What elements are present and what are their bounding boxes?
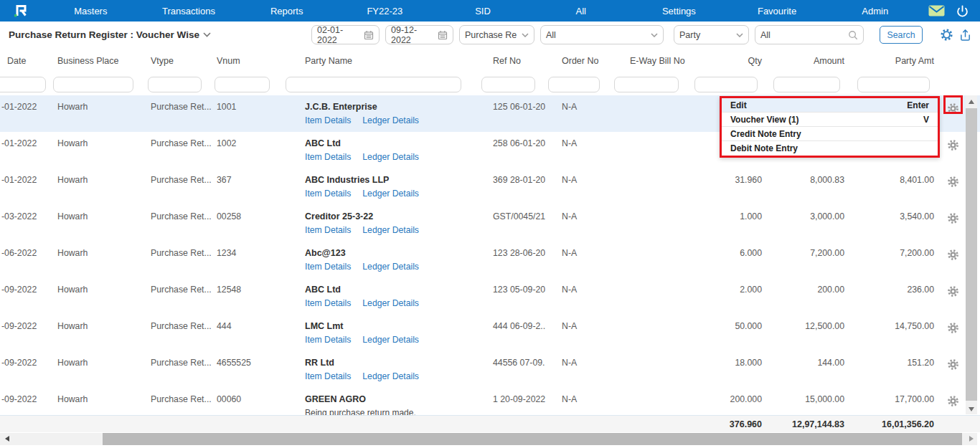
search-button[interactable]: Search <box>880 26 923 44</box>
filter-input-party-amt[interactable] <box>857 77 930 92</box>
cell-amount: 15,000.00 <box>768 394 850 408</box>
row-gear-icon[interactable] <box>940 138 966 152</box>
menu-item-credit-note-entry[interactable]: Credit Note Entry <box>722 127 938 141</box>
vertical-scrollbar-thumb[interactable] <box>966 108 977 401</box>
power-icon[interactable] <box>956 5 969 17</box>
filter-input-party-name[interactable] <box>286 77 461 92</box>
horizontal-scrollbar[interactable] <box>0 433 977 445</box>
cell-business-place: Howarh <box>50 138 143 152</box>
table-row[interactable]: -09-2022 Howarh Purchase Ret... 444 LMC … <box>0 315 980 351</box>
col-header-party-amt[interactable]: Party Amt <box>850 56 940 66</box>
col-header-party-name[interactable]: Party Name <box>280 56 477 66</box>
col-header-ref-no[interactable]: Ref No <box>477 56 545 66</box>
date-to-input[interactable]: 09-12-2022 <box>385 25 453 44</box>
filter-input-amount[interactable] <box>773 77 840 92</box>
ledger-details-link[interactable]: Ledger Details <box>362 115 419 128</box>
col-header-amount[interactable]: Amount <box>768 56 850 66</box>
filter-input-eway-bill-no[interactable] <box>614 77 679 92</box>
menu-item-edit[interactable]: Edit Enter <box>722 98 938 113</box>
col-header-date[interactable]: Date <box>0 56 50 66</box>
menu-item-voucher-view[interactable]: Voucher View (1) V <box>722 113 938 127</box>
date-from-input[interactable]: 02-01-2022 <box>311 25 380 44</box>
scroll-right-icon[interactable] <box>969 436 974 442</box>
ledger-details-link[interactable]: Ledger Details <box>362 189 419 201</box>
item-details-link[interactable]: Item Details <box>305 262 351 275</box>
row-gear-icon[interactable] <box>940 248 966 262</box>
col-header-eway-bill-no[interactable]: E-Way Bill No <box>610 56 689 66</box>
ledger-details-link[interactable]: Ledger Details <box>362 335 419 348</box>
cell-amount: 3,000.00 <box>768 211 850 225</box>
vertical-scrollbar[interactable] <box>966 95 977 414</box>
cell-qty: 2.000 <box>689 285 768 298</box>
row-gear-icon[interactable] <box>940 102 966 115</box>
filter-input-business-place[interactable] <box>53 77 133 92</box>
settings-gear-icon[interactable] <box>940 28 953 42</box>
ledger-details-link[interactable]: Ledger Details <box>362 371 419 384</box>
item-details-link[interactable]: Item Details <box>305 189 351 201</box>
item-details-link[interactable]: Item Details <box>305 115 351 128</box>
nav-item-transactions[interactable]: Transactions <box>140 6 238 16</box>
export-icon[interactable] <box>959 29 971 42</box>
filter-input-vtype[interactable] <box>148 77 202 92</box>
filter-input-date[interactable] <box>0 77 46 92</box>
voucher-type-select[interactable]: Purchase Re <box>459 25 534 44</box>
col-header-qty[interactable]: Qty <box>689 56 768 66</box>
page-title[interactable]: Purchase Return Register : Voucher Wise <box>9 29 211 40</box>
scroll-left-icon[interactable] <box>5 436 9 442</box>
all-filter-select[interactable]: All <box>540 25 664 44</box>
cell-vnum: 367 <box>212 175 280 189</box>
search-input[interactable]: All <box>755 25 864 44</box>
scroll-up-icon[interactable] <box>969 100 974 104</box>
nav-item-reports[interactable]: Reports <box>237 6 336 16</box>
filter-input-qty[interactable] <box>694 77 758 92</box>
nav-item-fy[interactable]: FY22-23 <box>336 6 434 16</box>
item-details-link[interactable]: Item Details <box>305 152 351 165</box>
toolbar: Purchase Return Register : Voucher Wise … <box>0 22 980 48</box>
cell-ref-no: 1 20-09-2022 <box>477 394 545 408</box>
row-gear-icon[interactable] <box>940 394 966 408</box>
cell-eway-bill-no <box>610 175 689 189</box>
col-header-business-place[interactable]: Business Place <box>50 56 143 66</box>
mail-icon[interactable] <box>928 5 945 16</box>
cell-order-no: N-A <box>545 102 610 115</box>
table-row[interactable]: -09-2022 Howarh Purchase Ret... 00060 GR… <box>0 388 980 415</box>
top-nav: Masters Transactions Reports FY22-23 SID… <box>0 0 980 22</box>
party-select[interactable]: Party <box>674 25 749 44</box>
item-details-link[interactable]: Item Details <box>305 335 351 348</box>
row-gear-icon[interactable] <box>940 175 966 189</box>
col-header-vnum[interactable]: Vnum <box>212 56 280 66</box>
col-header-vtype[interactable]: Vtype <box>143 56 212 66</box>
nav-item-favourite[interactable]: Favourite <box>728 6 826 16</box>
nav-item-settings[interactable]: Settings <box>630 6 728 16</box>
nav-item-all[interactable]: All <box>532 6 630 16</box>
table-row[interactable]: -06-2022 Howarh Purchase Ret... 1234 Abc… <box>0 242 980 278</box>
ledger-details-link[interactable]: Ledger Details <box>362 298 419 311</box>
table-row[interactable]: -09-2022 Howarh Purchase Ret... 4655525 … <box>0 351 980 388</box>
item-details-link[interactable]: Item Details <box>305 298 351 311</box>
cell-party-amt: 8,401.00 <box>850 175 940 189</box>
col-header-order-no[interactable]: Order No <box>545 56 610 66</box>
ledger-details-link[interactable]: Ledger Details <box>362 152 419 165</box>
nav-item-sid[interactable]: SID <box>434 6 532 16</box>
ledger-details-link[interactable]: Ledger Details <box>362 262 419 275</box>
table-row[interactable]: -03-2022 Howarh Purchase Ret... 00258 Cr… <box>0 205 980 242</box>
row-gear-icon[interactable] <box>940 358 966 371</box>
nav-item-admin[interactable]: Admin <box>826 6 924 16</box>
row-gear-icon[interactable] <box>940 285 966 298</box>
ledger-details-link[interactable]: Ledger Details <box>362 225 419 238</box>
item-details-link[interactable]: Item Details <box>305 225 351 238</box>
app-logo-icon[interactable] <box>0 0 42 22</box>
scroll-down-icon[interactable] <box>969 407 974 411</box>
item-details-link[interactable]: Item Details <box>305 371 351 384</box>
nav-item-masters[interactable]: Masters <box>42 6 140 16</box>
filter-input-ref-no[interactable] <box>481 77 535 92</box>
table-row[interactable]: -01-2022 Howarh Purchase Ret... 367 ABC … <box>0 168 980 205</box>
filter-input-vnum[interactable] <box>215 77 270 92</box>
filter-input-order-no[interactable] <box>548 77 600 92</box>
horizontal-scrollbar-thumb[interactable] <box>103 433 962 445</box>
row-gear-icon[interactable] <box>940 321 966 335</box>
cell-eway-bill-no <box>610 285 689 298</box>
row-gear-icon[interactable] <box>940 211 966 225</box>
menu-item-debit-note-entry[interactable]: Debit Note Entry <box>722 141 938 156</box>
table-row[interactable]: -09-2022 Howarh Purchase Ret... 12548 AB… <box>0 278 980 315</box>
